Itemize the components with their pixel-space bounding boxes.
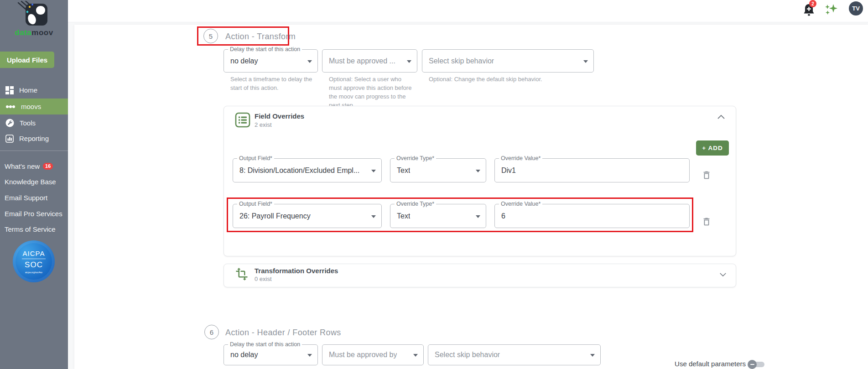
use-default-parameters-toggle[interactable]	[748, 360, 766, 369]
field-value: Div1	[501, 166, 516, 175]
step6-number-circle: 6	[204, 325, 219, 339]
add-override-button[interactable]: + ADD	[696, 140, 729, 156]
field-value: Must be approved by	[329, 351, 397, 359]
brand-wordmark: datamoov	[0, 28, 68, 37]
step5-delay-select[interactable]: Delay the start of this action no delay	[223, 49, 318, 73]
chevron-down-icon	[307, 60, 312, 63]
field-value: no delay	[230, 351, 258, 359]
chevron-down-icon	[407, 60, 411, 63]
override-row2-value-input[interactable]: Override Value* 6	[494, 204, 690, 228]
chevron-down-icon	[413, 354, 418, 357]
sidebar-item-tools[interactable]: Tools	[0, 115, 68, 131]
field-overrides-title: Field Overrides	[255, 112, 304, 120]
field-label: Override Type*	[395, 155, 436, 161]
step5-number-circle: 5	[203, 29, 218, 43]
step6-delay-select[interactable]: Delay the start of this action no delay	[223, 344, 318, 365]
field-overrides-icon	[235, 112, 250, 128]
field-value: 26: Payroll Frequency	[239, 212, 311, 220]
override-row2-type-select[interactable]: Override Type* Text	[390, 204, 486, 228]
step5-approver-helper: Optional: Select a user who must approve…	[329, 75, 415, 109]
collapse-chevron-up-icon[interactable]	[717, 114, 725, 120]
user-avatar[interactable]: TV	[849, 1, 863, 16]
sidebar-link-knowledge-base[interactable]: Knowledge Base	[5, 178, 56, 186]
field-value: Text	[397, 212, 410, 220]
override-row2-output-field-select[interactable]: Output Field* 26: Payroll Frequency	[233, 204, 382, 228]
soc-badge-line1: AICPA	[23, 249, 45, 257]
app-root: datamoov Upload Files Home moovs	[0, 0, 868, 369]
top-bar	[68, 0, 868, 22]
notification-count-badge: 2	[809, 0, 816, 7]
sidebar-item-moovs[interactable]: moovs	[0, 99, 68, 114]
field-label: Override Value*	[499, 201, 542, 207]
brand-logo-icon	[16, 1, 54, 27]
chevron-down-icon	[583, 60, 588, 63]
brand-wordmark-primary: data	[15, 28, 31, 37]
moovs-dots-icon	[5, 104, 16, 109]
chevron-down-icon	[476, 170, 480, 172]
whats-new-count-badge: 16	[43, 163, 53, 170]
transformation-overrides-title: Transformation Overrides	[255, 267, 338, 275]
sidebar-item-label: moovs	[21, 103, 41, 110]
step5-number: 5	[209, 32, 213, 40]
chevron-down-icon	[307, 354, 312, 357]
link-label: Email Pro Services	[5, 210, 62, 218]
sidebar: datamoov Upload Files Home moovs	[0, 0, 68, 369]
chevron-down-icon	[590, 354, 595, 357]
field-label: Output Field*	[237, 155, 274, 161]
sidebar-item-label: Tools	[20, 119, 36, 127]
delete-row1-trash-icon[interactable]	[702, 170, 712, 181]
field-label: Override Type*	[395, 201, 436, 207]
sidebar-item-label: Home	[19, 86, 37, 94]
expand-chevron-down-icon[interactable]	[719, 272, 727, 277]
sparkles-icon[interactable]	[825, 4, 838, 16]
step6-title: Action - Header / Footer Rows	[225, 328, 341, 338]
sidebar-link-email-pro-services[interactable]: Email Pro Services	[5, 210, 62, 218]
sidebar-link-terms-of-service[interactable]: Terms of Service	[5, 225, 56, 233]
use-default-parameters-label: Use default parameters	[666, 360, 746, 368]
step5-skip-behavior-select[interactable]: Select skip behavior	[422, 49, 594, 73]
delete-row2-trash-icon[interactable]	[702, 216, 712, 227]
soc-badge-line3: aicpa.org/soc4so	[25, 271, 42, 274]
step6-skip-behavior-select[interactable]: Select skip behavior	[428, 344, 601, 365]
brand-wordmark-secondary: moov	[31, 28, 53, 37]
field-value: 8: Division/Location/Excluded Empl...	[239, 166, 359, 175]
aicpa-soc-badge: AICPA SOC aicpa.org/soc4so	[13, 240, 55, 282]
field-value: Must be approved ...	[329, 57, 395, 65]
step5-skip-helper: Optional: Change the default skip behavi…	[429, 75, 620, 83]
field-value: no delay	[230, 57, 258, 65]
transformation-overrides-count: 0 exist	[255, 275, 272, 282]
link-label: What's new	[5, 162, 40, 170]
chevron-down-icon	[371, 215, 376, 218]
sidebar-item-reporting[interactable]: Reporting	[0, 130, 68, 146]
toggle-knob	[748, 360, 757, 369]
field-label: Delay the start of this action	[228, 46, 302, 52]
upload-files-button[interactable]: Upload Files	[0, 52, 54, 68]
field-value: Select skip behavior	[429, 57, 494, 65]
field-value: Text	[397, 166, 410, 175]
override-row1-type-select[interactable]: Override Type* Text	[390, 158, 486, 182]
step5-approver-select[interactable]: Must be approved ...	[322, 49, 417, 73]
wrench-icon	[5, 119, 14, 127]
field-label: Delay the start of this action	[228, 341, 302, 348]
field-value: Select skip behavior	[435, 351, 500, 359]
sidebar-divider	[0, 151, 68, 151]
field-label: Override Value*	[499, 155, 542, 161]
transformation-overrides-icon	[235, 267, 249, 281]
toggle-dash-icon	[750, 364, 754, 365]
soc-badge-line2: SOC	[25, 260, 43, 270]
step6-approver-select[interactable]: Must be approved by	[322, 344, 424, 365]
override-row1-output-field-select[interactable]: Output Field* 8: Division/Location/Exclu…	[233, 158, 382, 182]
sidebar-item-home[interactable]: Home	[0, 82, 68, 98]
sidebar-link-whats-new[interactable]: What's new 16	[5, 162, 53, 170]
field-label: Output Field*	[237, 201, 274, 207]
link-label: Terms of Service	[5, 225, 56, 233]
sidebar-link-email-support[interactable]: Email Support	[5, 194, 47, 202]
soc-badge-divider	[22, 259, 46, 259]
bar-chart-icon	[5, 135, 14, 143]
step5-title: Action - Transform	[225, 32, 296, 42]
override-row1-value-input[interactable]: Override Value* Div1	[494, 158, 690, 182]
step6-number: 6	[210, 328, 213, 336]
chevron-down-icon	[371, 170, 376, 172]
link-label: Email Support	[5, 194, 47, 202]
sidebar-item-label: Reporting	[19, 135, 49, 142]
